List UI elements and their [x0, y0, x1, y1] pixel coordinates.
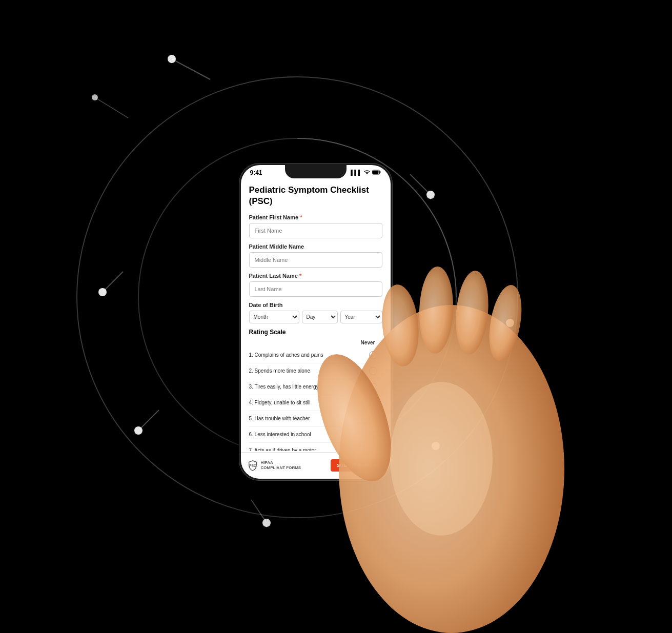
svg-point-24 [453, 270, 492, 356]
radio-col-2 [364, 367, 382, 375]
svg-point-7 [432, 442, 440, 450]
submit-arrow-icon: ▶ [374, 463, 378, 468]
rating-section: Rating Scale Never 1. Complains of aches… [249, 329, 382, 451]
middle-name-input[interactable] [249, 252, 382, 268]
phone-frame: 9:41 ▌▌▌ Pediatric Symptom Checklist (PS… [239, 163, 393, 481]
status-time: 9:41 [250, 169, 262, 176]
radio-col-7 [364, 446, 382, 451]
phone-screen: 9:41 ▌▌▌ Pediatric Symptom Checklist (PS… [241, 165, 391, 479]
first-name-label: Patient First Name * [249, 214, 382, 220]
rating-row-2: 2. Spends more time alone [249, 363, 382, 379]
required-indicator: * [300, 214, 302, 220]
middle-name-label: Patient Middle Name [249, 243, 382, 250]
rating-item-6: 6. Less interested in school [249, 432, 364, 437]
year-select[interactable]: Year [340, 311, 382, 323]
rating-row-1: 1. Complains of aches and pains [249, 348, 382, 363]
svg-point-23 [418, 266, 455, 354]
radio-never-2[interactable] [369, 367, 377, 375]
svg-line-15 [95, 97, 128, 118]
radio-col-3 [364, 383, 382, 391]
hipaa-badge: PSC HIPAA COMPLIANT FORMS [247, 460, 301, 471]
radio-col-6 [364, 431, 382, 439]
signal-icon: ▌▌▌ [351, 170, 361, 175]
rating-item-4: 4. Fidgety, unable to sit still [249, 400, 364, 405]
svg-line-3 [172, 59, 210, 79]
radio-col-4 [364, 399, 382, 407]
dob-selects: Month JanuaryFebruaryMarch AprilMayJune … [249, 311, 382, 323]
radio-never-7[interactable] [369, 446, 377, 451]
rating-row-6: 6. Less interested in school [249, 427, 382, 443]
battery-icon [372, 170, 381, 176]
radio-never-4[interactable] [369, 399, 377, 407]
phone-footer: PSC HIPAA COMPLIANT FORMS SUBMIT FORM ▶ [241, 452, 391, 479]
rating-row-5: 5. Has trouble with teacher [249, 411, 382, 427]
svg-point-25 [484, 282, 526, 363]
radio-col-5 [364, 415, 382, 423]
wifi-icon [364, 170, 370, 176]
svg-line-11 [103, 272, 123, 292]
svg-point-2 [168, 55, 176, 63]
form-title: Pediatric Symptom Checklist (PSC) [249, 185, 382, 207]
phone-notch [285, 165, 347, 178]
dob-label: Date of Birth [249, 302, 382, 308]
rating-item-2: 2. Spends more time alone [249, 368, 364, 374]
svg-line-5 [410, 174, 431, 195]
dob-section: Date of Birth Month JanuaryFebruaryMarch… [249, 302, 382, 323]
radio-never-3[interactable] [369, 383, 377, 391]
rating-item-5: 5. Has trouble with teacher [249, 416, 364, 421]
rating-scale-title: Rating Scale [249, 329, 382, 336]
radio-never-1[interactable] [369, 351, 377, 359]
radio-never-5[interactable] [369, 415, 377, 423]
submit-button[interactable]: SUBMIT FORM ▶ [331, 459, 384, 472]
last-name-label: Patient Last Name * [249, 273, 382, 279]
svg-text:PSC: PSC [249, 464, 256, 467]
rating-row-7: 7. Acts as if driven by a motor [249, 443, 382, 451]
svg-point-12 [134, 426, 142, 435]
first-name-input[interactable] [249, 223, 382, 238]
month-select[interactable]: Month JanuaryFebruaryMarch AprilMayJune … [249, 311, 299, 323]
hipaa-text: HIPAA COMPLIANT FORMS [261, 460, 301, 470]
required-indicator-2: * [299, 273, 301, 279]
rating-item-1: 1. Complains of aches and pains [249, 352, 364, 358]
svg-point-8 [262, 519, 271, 527]
form-content: Pediatric Symptom Checklist (PSC) Patien… [241, 178, 391, 451]
svg-rect-17 [373, 171, 378, 174]
radio-never-6[interactable] [369, 431, 377, 439]
svg-point-21 [390, 382, 493, 536]
last-name-input[interactable] [249, 281, 382, 297]
radio-col-1 [364, 351, 382, 359]
rating-row-3: 3. Tires easily, has little energy [249, 379, 382, 395]
day-select[interactable]: Day [302, 311, 338, 323]
never-header: Never [359, 340, 377, 345]
hipaa-shield-icon: PSC [247, 460, 258, 471]
rating-row-4: 4. Fidgety, unable to sit still [249, 395, 382, 411]
rating-header: Never [249, 340, 382, 345]
svg-point-10 [98, 288, 107, 296]
phone-mockup: 9:41 ▌▌▌ Pediatric Symptom Checklist (PS… [239, 163, 393, 481]
svg-point-6 [506, 319, 514, 327]
status-icons: ▌▌▌ [351, 170, 381, 176]
rating-item-7: 7. Acts as if driven by a motor [249, 447, 364, 451]
svg-point-4 [426, 191, 435, 199]
svg-line-13 [138, 410, 159, 431]
rating-item-3: 3. Tires easily, has little energy [249, 384, 364, 390]
svg-line-9 [251, 500, 267, 523]
svg-point-14 [92, 94, 98, 100]
